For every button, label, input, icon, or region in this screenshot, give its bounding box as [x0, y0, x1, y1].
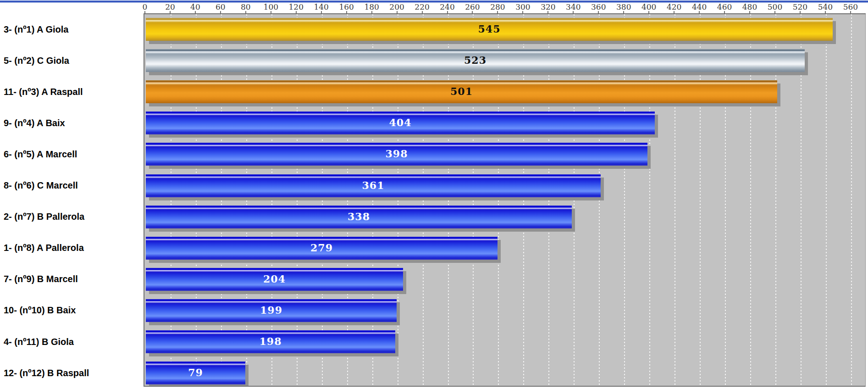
- bar-10-n-10-b-baix: 199: [146, 299, 397, 322]
- x-tick-mark-460: [724, 11, 725, 14]
- bar-5-n-2-c-giola: 523: [146, 49, 805, 72]
- x-tick-label-120: 120: [289, 2, 304, 12]
- x-tick-mark-480: [749, 11, 750, 14]
- x-tick-mark-240: [447, 11, 448, 14]
- x-tick-mark-520: [800, 11, 801, 14]
- category-label-6: 8- (nº6) C Marcell: [4, 174, 141, 197]
- category-label-5: 6- (nº5) A Marcell: [4, 143, 141, 166]
- x-tick-label-220: 220: [415, 2, 429, 12]
- x-tick-mark-20: [170, 11, 171, 14]
- bar-value-label: 404: [389, 117, 412, 129]
- x-tick-label-320: 320: [541, 2, 555, 12]
- category-label-1: 3- (nº1) A Giola: [4, 18, 141, 41]
- x-tick-mark-280: [497, 11, 498, 14]
- x-tick-label-380: 380: [616, 2, 631, 12]
- bar-8-n-6-c-marcell: 361: [146, 174, 601, 197]
- x-tick-label-40: 40: [190, 2, 200, 12]
- x-tick-mark-200: [397, 11, 398, 14]
- x-tick-mark-380: [623, 11, 624, 14]
- x-tick-mark-120: [296, 11, 297, 14]
- category-label-9: 7- (nº9) B Marcell: [4, 268, 141, 291]
- bar-value-label: 79: [188, 367, 203, 379]
- bar-4-n-11-b-giola: 198: [146, 330, 395, 353]
- x-tick-mark-180: [371, 11, 372, 14]
- x-tick-label-520: 520: [793, 2, 807, 12]
- bar-value-label: 545: [478, 23, 501, 35]
- x-tick-mark-500: [774, 11, 775, 14]
- bar-value-label: 398: [386, 148, 408, 160]
- bar-7-n-9-b-marcell: 204: [146, 268, 403, 291]
- x-tick-mark-100: [271, 11, 271, 14]
- x-tick-mark-160: [346, 11, 347, 14]
- bar-11-n-3-a-raspall: 501: [146, 80, 777, 103]
- x-tick-label-300: 300: [515, 2, 530, 12]
- x-tick-label-540: 540: [818, 2, 833, 12]
- bar-value-label: 523: [464, 55, 487, 67]
- x-tick-mark-300: [522, 11, 523, 14]
- bar-value-label: 338: [348, 211, 370, 222]
- x-tick-label-360: 360: [591, 2, 606, 12]
- bar-value-label: 198: [260, 335, 282, 347]
- x-tick-mark-540: [825, 11, 826, 14]
- category-label-3: 11- (nº3) A Raspall: [4, 80, 141, 103]
- x-tick-label-240: 240: [440, 2, 454, 12]
- bar-12-n-12-b-raspall: 79: [146, 361, 245, 384]
- x-tick-mark-340: [573, 11, 574, 14]
- bar-6-n-5-a-marcell: 398: [146, 143, 647, 166]
- x-tick-label-480: 480: [742, 2, 757, 12]
- x-tick-label-400: 400: [641, 2, 656, 12]
- x-tick-label-560: 560: [843, 2, 858, 12]
- x-tick-label-20: 20: [165, 2, 175, 12]
- gridline-540: [826, 14, 827, 386]
- x-tick-mark-140: [321, 11, 322, 14]
- category-label-7: 2- (nº7) B Pallerola: [4, 206, 141, 228]
- bar-9-n-4-a-baix: 404: [146, 111, 655, 134]
- x-tick-label-60: 60: [216, 2, 226, 12]
- bar-3-n-1-a-giola: 545: [146, 18, 833, 41]
- x-tick-mark-80: [245, 11, 246, 14]
- x-tick-mark-260: [472, 11, 473, 14]
- bar-value-label: 361: [362, 179, 385, 191]
- category-label-8: 1- (nº8) A Pallerola: [4, 237, 141, 260]
- category-label-2: 5- (nº2) C Giola: [4, 49, 141, 72]
- bar-chart: 0204060801001201401601802002202402602803…: [0, 0, 868, 389]
- category-label-10: 10- (nº10) B Baix: [4, 299, 141, 322]
- x-tick-label-260: 260: [465, 2, 480, 12]
- x-tick-mark-40: [195, 11, 196, 14]
- x-tick-label-160: 160: [339, 2, 354, 12]
- bar-value-label: 501: [450, 86, 473, 98]
- x-tick-label-100: 100: [264, 2, 278, 12]
- x-tick-label-80: 80: [241, 2, 251, 12]
- bar-1-n-8-a-pallerola: 279: [146, 237, 498, 260]
- x-tick-label-460: 460: [717, 2, 732, 12]
- x-tick-label-500: 500: [768, 2, 782, 12]
- bar-value-label: 279: [310, 242, 333, 254]
- x-tick-mark-420: [674, 11, 674, 14]
- x-tick-mark-360: [598, 11, 599, 14]
- x-tick-mark-560: [850, 11, 851, 14]
- x-tick-label-340: 340: [566, 2, 581, 12]
- category-label-11: 4- (nº11) B Giola: [4, 330, 141, 353]
- x-tick-mark-60: [220, 11, 221, 14]
- x-tick-mark-440: [699, 11, 700, 14]
- category-label-4: 9- (nº4) A Baix: [4, 111, 141, 134]
- x-tick-mark-400: [648, 11, 649, 14]
- x-tick-label-200: 200: [389, 2, 404, 12]
- x-tick-label-420: 420: [667, 2, 681, 12]
- x-tick-label-180: 180: [364, 2, 379, 12]
- bar-value-label: 199: [260, 304, 282, 316]
- category-label-12: 12- (nº12) B Raspall: [4, 361, 141, 384]
- x-tick-mark-320: [547, 11, 548, 14]
- bar-2-n-7-b-pallerola: 338: [146, 206, 572, 228]
- gridline-560: [851, 14, 852, 386]
- x-tick-mark-0: [144, 11, 145, 14]
- x-tick-label-440: 440: [692, 2, 707, 12]
- x-tick-label-140: 140: [314, 2, 328, 12]
- plot-area: 54552350140439836133827920419919879: [144, 14, 866, 387]
- x-tick-label-0: 0: [143, 2, 148, 12]
- bar-value-label: 204: [263, 273, 286, 285]
- x-tick-label-280: 280: [490, 2, 505, 12]
- top-border-rule: [0, 0, 868, 3]
- x-tick-mark-220: [422, 11, 423, 14]
